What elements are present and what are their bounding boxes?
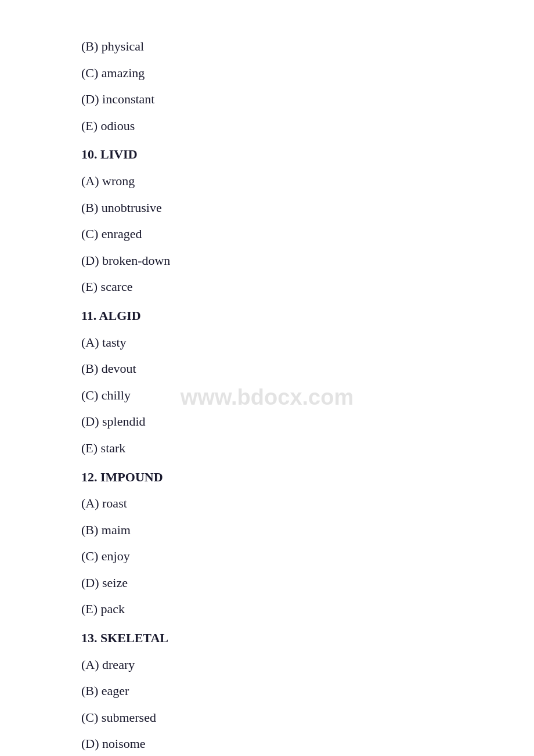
list-item: (B) physical <box>81 35 453 58</box>
list-item: (C) amazing <box>81 62 453 85</box>
list-item: (D) broken-down <box>81 249 453 272</box>
list-item: (C) chilly <box>81 384 453 407</box>
list-item: (D) seize <box>81 571 453 595</box>
list-item: (E) pack <box>81 597 453 621</box>
list-item: (B) devout <box>81 357 453 380</box>
list-item: (A) tasty <box>81 331 453 354</box>
question-heading: 13. SKELETAL <box>81 627 453 650</box>
question-heading: 10. LIVID <box>81 143 453 166</box>
question-heading: 11. ALGID <box>81 304 453 327</box>
list-item: (D) inconstant <box>81 88 453 111</box>
list-item: (C) enraged <box>81 222 453 246</box>
list-item: (E) scarce <box>81 275 453 298</box>
list-item: (A) roast <box>81 492 453 515</box>
list-item: (D) noisome <box>81 732 453 755</box>
list-item: (C) enjoy <box>81 545 453 568</box>
list-item: (A) wrong <box>81 170 453 193</box>
list-item: (B) maim <box>81 519 453 542</box>
list-item: (E) stark <box>81 437 453 460</box>
list-item: (A) dreary <box>81 653 453 676</box>
list-item: (B) eager <box>81 679 453 703</box>
list-item: (C) submersed <box>81 706 453 729</box>
list-item: (E) odious <box>81 114 453 138</box>
main-content: (B) physical(C) amazing(D) inconstant(E)… <box>0 0 534 756</box>
question-heading: 12. IMPOUND <box>81 466 453 489</box>
list-item: (B) unobtrusive <box>81 196 453 219</box>
list-item: (D) splendid <box>81 410 453 433</box>
